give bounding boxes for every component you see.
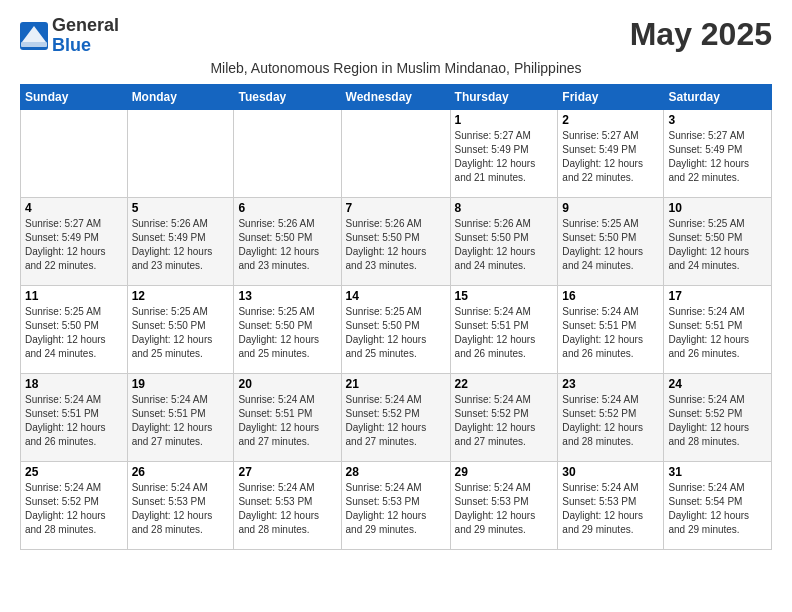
- calendar-cell: [234, 109, 341, 197]
- day-number: 7: [346, 201, 446, 215]
- day-info: Sunrise: 5:24 AMSunset: 5:53 PMDaylight:…: [238, 481, 336, 537]
- calendar-cell: 13Sunrise: 5:25 AMSunset: 5:50 PMDayligh…: [234, 285, 341, 373]
- month-title: May 2025: [630, 16, 772, 53]
- day-number: 24: [668, 377, 767, 391]
- day-info: Sunrise: 5:24 AMSunset: 5:52 PMDaylight:…: [25, 481, 123, 537]
- day-info: Sunrise: 5:24 AMSunset: 5:52 PMDaylight:…: [562, 393, 659, 449]
- day-number: 13: [238, 289, 336, 303]
- calendar-cell: 20Sunrise: 5:24 AMSunset: 5:51 PMDayligh…: [234, 373, 341, 461]
- weekday-header-tuesday: Tuesday: [234, 84, 341, 109]
- day-number: 19: [132, 377, 230, 391]
- calendar-week-4: 18Sunrise: 5:24 AMSunset: 5:51 PMDayligh…: [21, 373, 772, 461]
- day-info: Sunrise: 5:24 AMSunset: 5:53 PMDaylight:…: [562, 481, 659, 537]
- day-number: 3: [668, 113, 767, 127]
- day-number: 30: [562, 465, 659, 479]
- day-number: 5: [132, 201, 230, 215]
- day-info: Sunrise: 5:25 AMSunset: 5:50 PMDaylight:…: [238, 305, 336, 361]
- calendar-cell: 29Sunrise: 5:24 AMSunset: 5:53 PMDayligh…: [450, 461, 558, 549]
- calendar-cell: 23Sunrise: 5:24 AMSunset: 5:52 PMDayligh…: [558, 373, 664, 461]
- calendar-cell: 11Sunrise: 5:25 AMSunset: 5:50 PMDayligh…: [21, 285, 128, 373]
- day-number: 17: [668, 289, 767, 303]
- day-info: Sunrise: 5:25 AMSunset: 5:50 PMDaylight:…: [346, 305, 446, 361]
- calendar-cell: 22Sunrise: 5:24 AMSunset: 5:52 PMDayligh…: [450, 373, 558, 461]
- day-number: 2: [562, 113, 659, 127]
- day-number: 14: [346, 289, 446, 303]
- weekday-row: SundayMondayTuesdayWednesdayThursdayFrid…: [21, 84, 772, 109]
- day-info: Sunrise: 5:25 AMSunset: 5:50 PMDaylight:…: [132, 305, 230, 361]
- weekday-header-saturday: Saturday: [664, 84, 772, 109]
- day-info: Sunrise: 5:26 AMSunset: 5:50 PMDaylight:…: [346, 217, 446, 273]
- subtitle: Mileb, Autonomous Region in Muslim Minda…: [20, 60, 772, 76]
- day-number: 10: [668, 201, 767, 215]
- day-info: Sunrise: 5:24 AMSunset: 5:52 PMDaylight:…: [455, 393, 554, 449]
- day-number: 23: [562, 377, 659, 391]
- day-info: Sunrise: 5:24 AMSunset: 5:51 PMDaylight:…: [238, 393, 336, 449]
- day-number: 26: [132, 465, 230, 479]
- day-number: 6: [238, 201, 336, 215]
- calendar-cell: 24Sunrise: 5:24 AMSunset: 5:52 PMDayligh…: [664, 373, 772, 461]
- calendar-cell: 1Sunrise: 5:27 AMSunset: 5:49 PMDaylight…: [450, 109, 558, 197]
- day-info: Sunrise: 5:24 AMSunset: 5:51 PMDaylight:…: [25, 393, 123, 449]
- calendar-week-5: 25Sunrise: 5:24 AMSunset: 5:52 PMDayligh…: [21, 461, 772, 549]
- calendar-cell: 25Sunrise: 5:24 AMSunset: 5:52 PMDayligh…: [21, 461, 128, 549]
- logo-icon: [20, 22, 48, 50]
- calendar-cell: 10Sunrise: 5:25 AMSunset: 5:50 PMDayligh…: [664, 197, 772, 285]
- calendar-cell: 8Sunrise: 5:26 AMSunset: 5:50 PMDaylight…: [450, 197, 558, 285]
- calendar-cell: 6Sunrise: 5:26 AMSunset: 5:50 PMDaylight…: [234, 197, 341, 285]
- header: General Blue May 2025: [20, 16, 772, 56]
- day-number: 18: [25, 377, 123, 391]
- calendar-cell: 7Sunrise: 5:26 AMSunset: 5:50 PMDaylight…: [341, 197, 450, 285]
- calendar-body: 1Sunrise: 5:27 AMSunset: 5:49 PMDaylight…: [21, 109, 772, 549]
- day-info: Sunrise: 5:24 AMSunset: 5:51 PMDaylight:…: [132, 393, 230, 449]
- calendar-week-2: 4Sunrise: 5:27 AMSunset: 5:49 PMDaylight…: [21, 197, 772, 285]
- calendar-cell: 27Sunrise: 5:24 AMSunset: 5:53 PMDayligh…: [234, 461, 341, 549]
- calendar-cell: [127, 109, 234, 197]
- day-info: Sunrise: 5:27 AMSunset: 5:49 PMDaylight:…: [562, 129, 659, 185]
- page: General Blue May 2025 Mileb, Autonomous …: [0, 0, 792, 560]
- day-number: 25: [25, 465, 123, 479]
- day-info: Sunrise: 5:24 AMSunset: 5:51 PMDaylight:…: [562, 305, 659, 361]
- day-info: Sunrise: 5:27 AMSunset: 5:49 PMDaylight:…: [668, 129, 767, 185]
- day-info: Sunrise: 5:25 AMSunset: 5:50 PMDaylight:…: [668, 217, 767, 273]
- day-info: Sunrise: 5:26 AMSunset: 5:50 PMDaylight:…: [238, 217, 336, 273]
- calendar-cell: 2Sunrise: 5:27 AMSunset: 5:49 PMDaylight…: [558, 109, 664, 197]
- day-info: Sunrise: 5:24 AMSunset: 5:51 PMDaylight:…: [668, 305, 767, 361]
- day-info: Sunrise: 5:27 AMSunset: 5:49 PMDaylight:…: [455, 129, 554, 185]
- logo: General Blue: [20, 16, 119, 56]
- calendar-cell: 19Sunrise: 5:24 AMSunset: 5:51 PMDayligh…: [127, 373, 234, 461]
- weekday-header-thursday: Thursday: [450, 84, 558, 109]
- day-number: 28: [346, 465, 446, 479]
- weekday-header-sunday: Sunday: [21, 84, 128, 109]
- calendar-cell: [341, 109, 450, 197]
- calendar-cell: 3Sunrise: 5:27 AMSunset: 5:49 PMDaylight…: [664, 109, 772, 197]
- day-info: Sunrise: 5:25 AMSunset: 5:50 PMDaylight:…: [25, 305, 123, 361]
- calendar-cell: 21Sunrise: 5:24 AMSunset: 5:52 PMDayligh…: [341, 373, 450, 461]
- day-number: 20: [238, 377, 336, 391]
- calendar-table: SundayMondayTuesdayWednesdayThursdayFrid…: [20, 84, 772, 550]
- logo-line2: Blue: [52, 35, 91, 55]
- weekday-header-wednesday: Wednesday: [341, 84, 450, 109]
- day-number: 4: [25, 201, 123, 215]
- day-number: 9: [562, 201, 659, 215]
- calendar-header: SundayMondayTuesdayWednesdayThursdayFrid…: [21, 84, 772, 109]
- calendar-week-3: 11Sunrise: 5:25 AMSunset: 5:50 PMDayligh…: [21, 285, 772, 373]
- day-number: 16: [562, 289, 659, 303]
- day-info: Sunrise: 5:26 AMSunset: 5:49 PMDaylight:…: [132, 217, 230, 273]
- day-number: 1: [455, 113, 554, 127]
- day-info: Sunrise: 5:24 AMSunset: 5:52 PMDaylight:…: [346, 393, 446, 449]
- day-number: 8: [455, 201, 554, 215]
- calendar-week-1: 1Sunrise: 5:27 AMSunset: 5:49 PMDaylight…: [21, 109, 772, 197]
- day-info: Sunrise: 5:24 AMSunset: 5:54 PMDaylight:…: [668, 481, 767, 537]
- weekday-header-monday: Monday: [127, 84, 234, 109]
- calendar-cell: 9Sunrise: 5:25 AMSunset: 5:50 PMDaylight…: [558, 197, 664, 285]
- day-number: 12: [132, 289, 230, 303]
- day-info: Sunrise: 5:24 AMSunset: 5:51 PMDaylight:…: [455, 305, 554, 361]
- day-info: Sunrise: 5:25 AMSunset: 5:50 PMDaylight:…: [562, 217, 659, 273]
- day-number: 22: [455, 377, 554, 391]
- calendar-cell: 4Sunrise: 5:27 AMSunset: 5:49 PMDaylight…: [21, 197, 128, 285]
- day-number: 31: [668, 465, 767, 479]
- calendar-cell: 17Sunrise: 5:24 AMSunset: 5:51 PMDayligh…: [664, 285, 772, 373]
- day-info: Sunrise: 5:27 AMSunset: 5:49 PMDaylight:…: [25, 217, 123, 273]
- calendar-cell: 14Sunrise: 5:25 AMSunset: 5:50 PMDayligh…: [341, 285, 450, 373]
- day-number: 27: [238, 465, 336, 479]
